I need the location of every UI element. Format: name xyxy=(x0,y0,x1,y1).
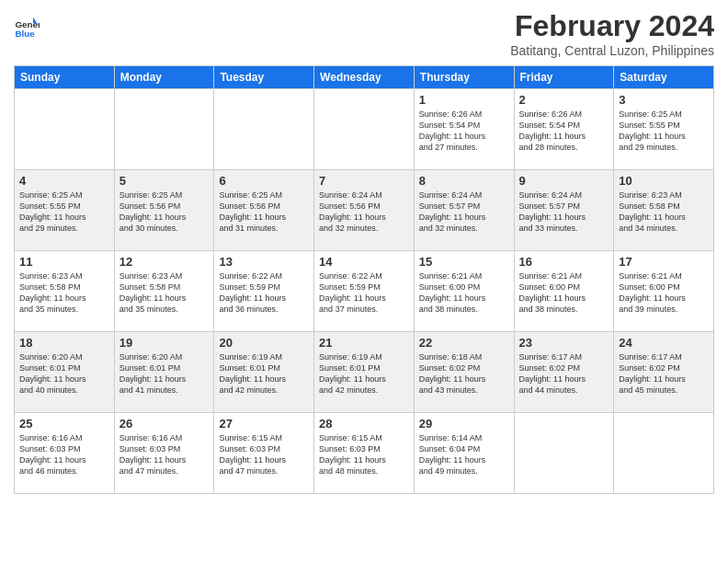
table-row xyxy=(314,89,415,170)
cell-info: Sunrise: 6:25 AM Sunset: 5:56 PM Dayligh… xyxy=(119,190,210,235)
cell-info: Sunrise: 6:23 AM Sunset: 5:58 PM Dayligh… xyxy=(19,270,109,316)
table-row: 15Sunrise: 6:21 AM Sunset: 6:00 PM Dayli… xyxy=(414,251,514,332)
month-title: February 2024 xyxy=(510,9,714,43)
day-number: 3 xyxy=(619,93,709,107)
day-number: 28 xyxy=(319,417,409,431)
day-number: 11 xyxy=(19,255,109,269)
cell-info: Sunrise: 6:21 AM Sunset: 6:00 PM Dayligh… xyxy=(519,270,609,316)
table-row xyxy=(214,89,314,170)
cell-info: Sunrise: 6:20 AM Sunset: 6:01 PM Dayligh… xyxy=(19,351,109,396)
logo-icon: General Blue xyxy=(14,14,40,40)
cell-info: Sunrise: 6:25 AM Sunset: 5:55 PM Dayligh… xyxy=(619,109,709,154)
calendar-table: Sunday Monday Tuesday Wednesday Thursday… xyxy=(14,65,714,494)
table-row: 12Sunrise: 6:23 AM Sunset: 5:58 PM Dayli… xyxy=(114,251,214,332)
day-number: 5 xyxy=(119,174,210,188)
table-row: 19Sunrise: 6:20 AM Sunset: 6:01 PM Dayli… xyxy=(114,332,214,413)
cell-info: Sunrise: 6:24 AM Sunset: 5:57 PM Dayligh… xyxy=(419,190,509,235)
day-number: 7 xyxy=(319,174,409,188)
day-number: 6 xyxy=(219,174,309,188)
day-number: 18 xyxy=(19,336,109,350)
table-row: 1Sunrise: 6:26 AM Sunset: 5:54 PM Daylig… xyxy=(414,89,514,170)
day-number: 21 xyxy=(319,336,409,350)
calendar-week-row: 11Sunrise: 6:23 AM Sunset: 5:58 PM Dayli… xyxy=(15,251,714,332)
cell-info: Sunrise: 6:22 AM Sunset: 5:59 PM Dayligh… xyxy=(219,270,309,316)
cell-info: Sunrise: 6:16 AM Sunset: 6:03 PM Dayligh… xyxy=(19,432,109,477)
logo: General Blue xyxy=(14,14,42,40)
cell-info: Sunrise: 6:18 AM Sunset: 6:02 PM Dayligh… xyxy=(419,351,509,396)
day-number: 9 xyxy=(519,174,609,188)
cell-info: Sunrise: 6:15 AM Sunset: 6:03 PM Dayligh… xyxy=(319,432,409,477)
calendar-week-row: 4Sunrise: 6:25 AM Sunset: 5:55 PM Daylig… xyxy=(15,170,714,251)
svg-text:Blue: Blue xyxy=(15,29,35,39)
table-row xyxy=(15,89,115,170)
day-number: 13 xyxy=(219,255,309,269)
table-row: 20Sunrise: 6:19 AM Sunset: 6:01 PM Dayli… xyxy=(214,332,314,413)
cell-info: Sunrise: 6:21 AM Sunset: 6:00 PM Dayligh… xyxy=(419,270,509,316)
day-number: 17 xyxy=(619,255,709,269)
cell-info: Sunrise: 6:23 AM Sunset: 5:58 PM Dayligh… xyxy=(619,190,709,235)
cell-info: Sunrise: 6:17 AM Sunset: 6:02 PM Dayligh… xyxy=(519,351,609,396)
col-saturday: Saturday xyxy=(614,66,714,89)
table-row: 21Sunrise: 6:19 AM Sunset: 6:01 PM Dayli… xyxy=(314,332,415,413)
cell-info: Sunrise: 6:20 AM Sunset: 6:01 PM Dayligh… xyxy=(119,351,210,396)
calendar-week-row: 1Sunrise: 6:26 AM Sunset: 5:54 PM Daylig… xyxy=(15,89,714,170)
day-number: 25 xyxy=(19,417,109,431)
table-row: 8Sunrise: 6:24 AM Sunset: 5:57 PM Daylig… xyxy=(414,170,514,251)
table-row: 10Sunrise: 6:23 AM Sunset: 5:58 PM Dayli… xyxy=(614,170,714,251)
cell-info: Sunrise: 6:14 AM Sunset: 6:04 PM Dayligh… xyxy=(419,432,509,477)
cell-info: Sunrise: 6:16 AM Sunset: 6:03 PM Dayligh… xyxy=(119,432,210,477)
day-number: 29 xyxy=(419,417,509,431)
calendar-header-row: Sunday Monday Tuesday Wednesday Thursday… xyxy=(15,66,714,89)
table-row: 29Sunrise: 6:14 AM Sunset: 6:04 PM Dayli… xyxy=(414,413,514,494)
day-number: 24 xyxy=(619,336,709,350)
location-title: Batitang, Central Luzon, Philippines xyxy=(510,43,714,58)
table-row: 5Sunrise: 6:25 AM Sunset: 5:56 PM Daylig… xyxy=(114,170,214,251)
table-row: 22Sunrise: 6:18 AM Sunset: 6:02 PM Dayli… xyxy=(414,332,514,413)
table-row: 14Sunrise: 6:22 AM Sunset: 5:59 PM Dayli… xyxy=(314,251,415,332)
table-row xyxy=(114,89,214,170)
day-number: 14 xyxy=(319,255,409,269)
day-number: 27 xyxy=(219,417,309,431)
cell-info: Sunrise: 6:19 AM Sunset: 6:01 PM Dayligh… xyxy=(319,351,409,396)
col-sunday: Sunday xyxy=(15,66,115,89)
day-number: 12 xyxy=(119,255,210,269)
table-row: 18Sunrise: 6:20 AM Sunset: 6:01 PM Dayli… xyxy=(15,332,115,413)
calendar-week-row: 25Sunrise: 6:16 AM Sunset: 6:03 PM Dayli… xyxy=(15,413,714,494)
cell-info: Sunrise: 6:22 AM Sunset: 5:59 PM Dayligh… xyxy=(319,270,409,316)
day-number: 1 xyxy=(419,93,509,107)
day-number: 10 xyxy=(619,174,709,188)
day-number: 19 xyxy=(119,336,210,350)
page-header: General Blue February 2024 Batitang, Cen… xyxy=(14,9,714,58)
cell-info: Sunrise: 6:25 AM Sunset: 5:56 PM Dayligh… xyxy=(219,190,309,235)
day-number: 8 xyxy=(419,174,509,188)
table-row: 27Sunrise: 6:15 AM Sunset: 6:03 PM Dayli… xyxy=(214,413,314,494)
table-row: 11Sunrise: 6:23 AM Sunset: 5:58 PM Dayli… xyxy=(15,251,115,332)
day-number: 23 xyxy=(519,336,609,350)
cell-info: Sunrise: 6:21 AM Sunset: 6:00 PM Dayligh… xyxy=(619,270,709,316)
day-number: 22 xyxy=(419,336,509,350)
table-row xyxy=(514,413,614,494)
col-friday: Friday xyxy=(514,66,614,89)
table-row xyxy=(614,413,714,494)
day-number: 26 xyxy=(119,417,210,431)
calendar-week-row: 18Sunrise: 6:20 AM Sunset: 6:01 PM Dayli… xyxy=(15,332,714,413)
table-row: 24Sunrise: 6:17 AM Sunset: 6:02 PM Dayli… xyxy=(614,332,714,413)
table-row: 17Sunrise: 6:21 AM Sunset: 6:00 PM Dayli… xyxy=(614,251,714,332)
cell-info: Sunrise: 6:24 AM Sunset: 5:57 PM Dayligh… xyxy=(519,190,609,235)
col-thursday: Thursday xyxy=(414,66,514,89)
table-row: 16Sunrise: 6:21 AM Sunset: 6:00 PM Dayli… xyxy=(514,251,614,332)
col-monday: Monday xyxy=(114,66,214,89)
table-row: 6Sunrise: 6:25 AM Sunset: 5:56 PM Daylig… xyxy=(214,170,314,251)
cell-info: Sunrise: 6:19 AM Sunset: 6:01 PM Dayligh… xyxy=(219,351,309,396)
cell-info: Sunrise: 6:25 AM Sunset: 5:55 PM Dayligh… xyxy=(19,190,109,235)
table-row: 2Sunrise: 6:26 AM Sunset: 5:54 PM Daylig… xyxy=(514,89,614,170)
cell-info: Sunrise: 6:26 AM Sunset: 5:54 PM Dayligh… xyxy=(419,109,509,154)
day-number: 15 xyxy=(419,255,509,269)
table-row: 9Sunrise: 6:24 AM Sunset: 5:57 PM Daylig… xyxy=(514,170,614,251)
table-row: 25Sunrise: 6:16 AM Sunset: 6:03 PM Dayli… xyxy=(15,413,115,494)
table-row: 4Sunrise: 6:25 AM Sunset: 5:55 PM Daylig… xyxy=(15,170,115,251)
table-row: 13Sunrise: 6:22 AM Sunset: 5:59 PM Dayli… xyxy=(214,251,314,332)
day-number: 2 xyxy=(519,93,609,107)
table-row: 3Sunrise: 6:25 AM Sunset: 5:55 PM Daylig… xyxy=(614,89,714,170)
day-number: 4 xyxy=(19,174,109,188)
